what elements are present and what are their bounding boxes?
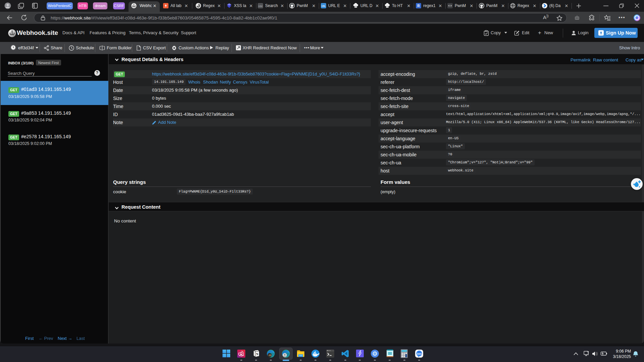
svg-text:URL: URL <box>321 5 326 7</box>
svg-text:N: N <box>256 353 258 356</box>
svg-text:Zalo: Zalo <box>416 352 422 355</box>
svg-text:HM: HM <box>258 5 263 8</box>
svg-text:R: R <box>417 4 420 8</box>
